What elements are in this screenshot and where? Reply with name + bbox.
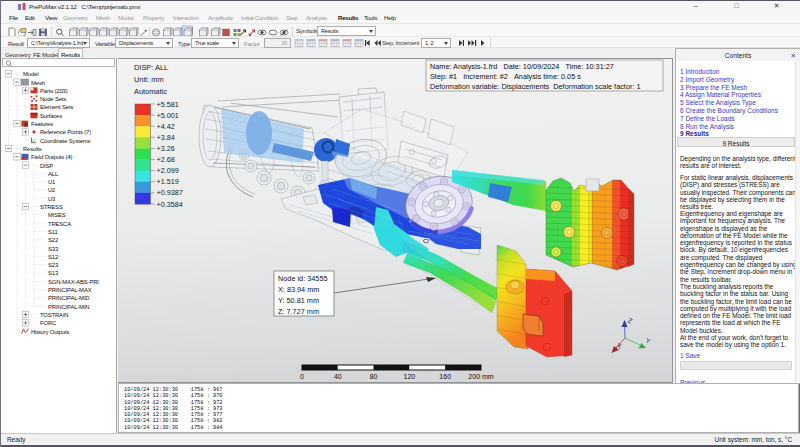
svg-text:MISES: MISES — [48, 212, 66, 218]
svg-text:STRESS: STRESS — [40, 204, 63, 210]
svg-text:Z: Z — [627, 317, 634, 325]
svg-text:Y: 50.81 mm: Y: 50.81 mm — [278, 296, 319, 305]
svg-text:+3.26: +3.26 — [157, 144, 175, 153]
svg-text:+1.519: +1.519 — [157, 177, 179, 186]
svg-text:Reference Points (7): Reference Points (7) — [40, 129, 91, 135]
svg-text:+5.001: +5.001 — [157, 111, 179, 120]
svg-text:U2: U2 — [48, 187, 55, 193]
svg-text:PRINCIPAL-MIN: PRINCIPAL-MIN — [48, 304, 89, 310]
svg-text:U1: U1 — [48, 179, 55, 185]
svg-text:Deformation variable: Displace: Deformation variable: Displacements Defo… — [430, 82, 640, 91]
svg-text:+2.68: +2.68 — [157, 155, 175, 164]
svg-text:S22: S22 — [48, 237, 58, 243]
svg-text:Parts (203): Parts (203) — [40, 88, 68, 94]
svg-text:+4.42: +4.42 — [157, 122, 175, 131]
svg-text:DISP: ALL: DISP: ALL — [134, 63, 168, 72]
svg-text:PRINCIPAL-MID: PRINCIPAL-MID — [48, 295, 89, 301]
svg-text:FORC: FORC — [40, 320, 57, 326]
svg-text:80: 80 — [370, 373, 378, 380]
svg-text:0: 0 — [300, 373, 304, 380]
svg-text:120: 120 — [404, 373, 416, 380]
svg-text:+3.84: +3.84 — [157, 133, 175, 142]
svg-text:Step: #1 Increment: #2 Ana: Step: #1 Increment: #2 Analysis time: 0.… — [430, 72, 581, 81]
svg-text:Automatic: Automatic — [134, 87, 167, 96]
svg-text:Results: Results — [23, 146, 42, 152]
svg-text:+0.9387: +0.9387 — [157, 188, 183, 197]
svg-text:SGN-MAX-ABS-PRI: SGN-MAX-ABS-PRI — [48, 279, 99, 285]
svg-text:S33: S33 — [48, 246, 59, 252]
svg-text:200 mm: 200 mm — [468, 373, 493, 380]
svg-text:Element Sets: Element Sets — [40, 104, 73, 110]
svg-text:S23: S23 — [48, 262, 59, 268]
svg-text:Coordinate Systems: Coordinate Systems — [40, 138, 91, 144]
svg-text:U3: U3 — [48, 196, 56, 202]
svg-text:TRESCA: TRESCA — [48, 221, 71, 227]
svg-text:+2.099: +2.099 — [157, 166, 179, 175]
svg-text:Field Outputs (4): Field Outputs (4) — [31, 154, 73, 160]
svg-text:X: 83.94 mm: X: 83.94 mm — [278, 285, 319, 294]
svg-text:Mesh: Mesh — [31, 80, 45, 86]
svg-text:S13: S13 — [48, 270, 59, 276]
svg-text:ALL: ALL — [48, 171, 59, 177]
svg-text:Node id: 34555: Node id: 34555 — [278, 274, 328, 283]
svg-text:Unit: mm: Unit: mm — [134, 75, 164, 84]
svg-text:Name: Analysis-1.frd Date: 1: Name: Analysis-1.frd Date: 10/09/2024 Ti… — [430, 62, 614, 71]
svg-text:Surfaces: Surfaces — [40, 113, 62, 119]
svg-text:DISP: DISP — [40, 163, 53, 169]
svg-text:Model: Model — [23, 71, 38, 77]
svg-text:40: 40 — [334, 373, 342, 380]
svg-text:160: 160 — [439, 373, 451, 380]
svg-text:Y: Y — [645, 337, 652, 345]
svg-text:+0.3584: +0.3584 — [157, 200, 183, 209]
svg-text:PRINCIPAL-MAX: PRINCIPAL-MAX — [48, 287, 92, 293]
svg-text:+5.581: +5.581 — [157, 100, 179, 109]
svg-text:Node Sets: Node Sets — [40, 96, 66, 102]
svg-text:Z: 7.727 mm: Z: 7.727 mm — [278, 307, 319, 316]
svg-text:S12: S12 — [48, 254, 58, 260]
svg-text:History Outputs: History Outputs — [31, 329, 70, 335]
svg-text:S11: S11 — [48, 229, 58, 235]
svg-text:TOSTRAIN: TOSTRAIN — [40, 312, 68, 318]
svg-text:Features: Features — [31, 121, 53, 127]
